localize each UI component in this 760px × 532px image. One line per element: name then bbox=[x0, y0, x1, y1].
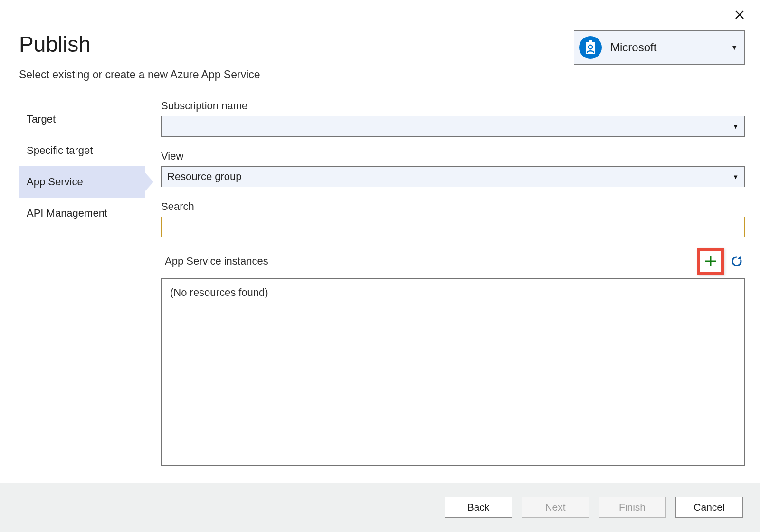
sidebar-item-target[interactable]: Target bbox=[19, 104, 145, 135]
instances-empty-text: (No resources found) bbox=[170, 286, 268, 298]
subscription-name-dropdown[interactable]: ▼ bbox=[161, 116, 745, 137]
account-avatar-icon bbox=[579, 36, 602, 59]
add-app-service-button[interactable] bbox=[697, 248, 724, 275]
sidebar-item-label: App Service bbox=[27, 176, 83, 188]
close-button[interactable] bbox=[732, 7, 748, 23]
search-label: Search bbox=[161, 200, 745, 213]
page-subtitle: Select existing or create a new Azure Ap… bbox=[19, 68, 260, 81]
sidebar-item-label: Target bbox=[27, 113, 56, 125]
finish-button: Finish bbox=[598, 497, 666, 518]
publish-wizard-sidebar: Target Specific target App Service API M… bbox=[19, 100, 145, 466]
chevron-down-icon: ▼ bbox=[732, 123, 739, 130]
cancel-button[interactable]: Cancel bbox=[675, 497, 743, 518]
sidebar-item-label: Specific target bbox=[27, 144, 93, 157]
back-button[interactable]: Back bbox=[445, 497, 512, 518]
app-service-instances-label: App Service instances bbox=[161, 255, 268, 267]
chevron-down-icon: ▼ bbox=[731, 44, 740, 51]
view-label: View bbox=[161, 150, 745, 162]
sidebar-item-label: API Management bbox=[27, 207, 107, 219]
sidebar-item-app-service[interactable]: App Service bbox=[19, 166, 145, 198]
subscription-name-label: Subscription name bbox=[161, 100, 745, 112]
next-button: Next bbox=[522, 497, 589, 518]
app-service-instances-list[interactable]: (No resources found) bbox=[161, 278, 745, 466]
view-value: Resource group bbox=[167, 171, 242, 183]
account-dropdown[interactable]: Microsoft ▼ bbox=[574, 30, 745, 65]
search-input[interactable] bbox=[161, 217, 745, 238]
close-icon bbox=[735, 10, 744, 19]
sidebar-item-specific-target[interactable]: Specific target bbox=[19, 135, 145, 166]
plus-icon bbox=[703, 254, 718, 268]
wizard-footer: Back Next Finish Cancel bbox=[0, 483, 760, 532]
account-label: Microsoft bbox=[610, 41, 731, 54]
sidebar-item-api-management[interactable]: API Management bbox=[19, 198, 145, 229]
refresh-button[interactable] bbox=[729, 253, 745, 269]
svg-rect-3 bbox=[589, 40, 592, 43]
refresh-icon bbox=[730, 255, 743, 268]
chevron-down-icon: ▼ bbox=[732, 173, 739, 180]
view-dropdown[interactable]: Resource group ▼ bbox=[161, 166, 745, 187]
page-title: Publish bbox=[19, 31, 260, 57]
